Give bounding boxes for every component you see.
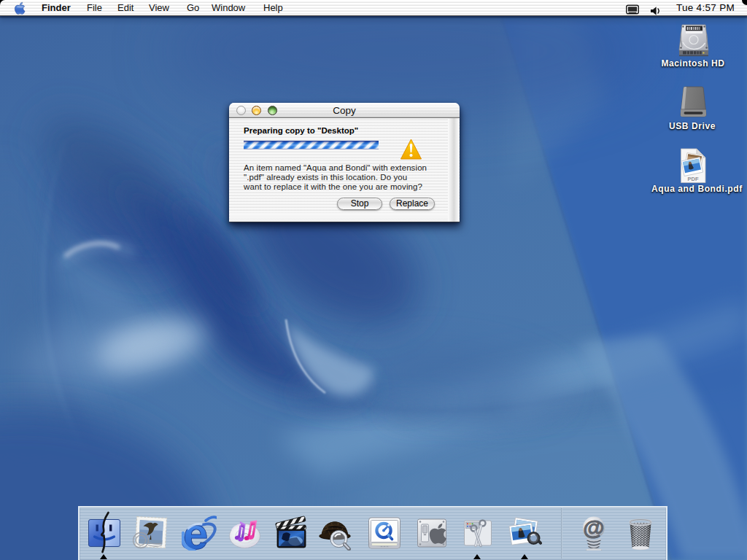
svg-text:PDF: PDF [688, 176, 699, 182]
svg-text:@: @ [583, 516, 604, 540]
